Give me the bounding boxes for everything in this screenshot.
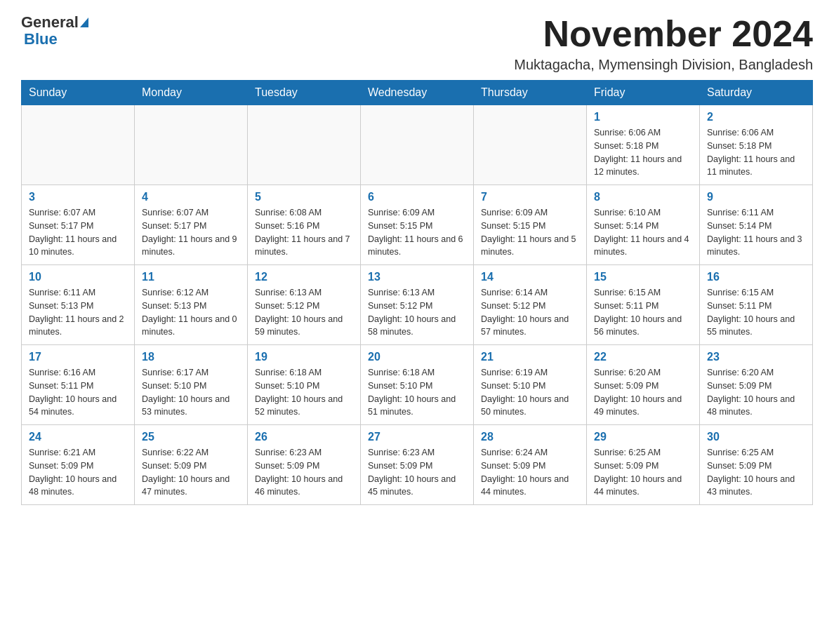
day-info: Sunrise: 6:22 AMSunset: 5:09 PMDaylight:… [142, 446, 240, 499]
day-info: Sunrise: 6:13 AMSunset: 5:12 PMDaylight:… [255, 286, 353, 339]
calendar-cell: 30Sunrise: 6:25 AMSunset: 5:09 PMDayligh… [700, 425, 813, 505]
day-number: 10 [29, 271, 127, 283]
day-info: Sunrise: 6:15 AMSunset: 5:11 PMDaylight:… [594, 286, 692, 339]
calendar-cell: 9Sunrise: 6:11 AMSunset: 5:14 PMDaylight… [700, 185, 813, 265]
main-title: November 2024 [514, 14, 813, 54]
calendar-cell: 15Sunrise: 6:15 AMSunset: 5:11 PMDayligh… [587, 265, 700, 345]
day-info: Sunrise: 6:23 AMSunset: 5:09 PMDaylight:… [368, 446, 466, 499]
day-info: Sunrise: 6:09 AMSunset: 5:15 PMDaylight:… [368, 206, 466, 259]
calendar-header-sunday: Sunday [22, 81, 135, 105]
day-info: Sunrise: 6:09 AMSunset: 5:15 PMDaylight:… [481, 206, 579, 259]
day-number: 30 [707, 431, 805, 443]
calendar-cell: 24Sunrise: 6:21 AMSunset: 5:09 PMDayligh… [22, 425, 135, 505]
calendar-header-tuesday: Tuesday [248, 81, 361, 105]
day-number: 21 [481, 351, 579, 363]
day-number: 3 [29, 191, 127, 203]
calendar-table: SundayMondayTuesdayWednesdayThursdayFrid… [21, 80, 813, 505]
logo: General Blue [21, 14, 88, 48]
calendar-week-row-5: 24Sunrise: 6:21 AMSunset: 5:09 PMDayligh… [22, 425, 813, 505]
calendar-cell: 21Sunrise: 6:19 AMSunset: 5:10 PMDayligh… [474, 345, 587, 425]
day-info: Sunrise: 6:16 AMSunset: 5:11 PMDaylight:… [29, 366, 127, 419]
logo-text-blue: Blue [24, 30, 58, 48]
day-number: 16 [707, 271, 805, 283]
day-info: Sunrise: 6:25 AMSunset: 5:09 PMDaylight:… [707, 446, 805, 499]
calendar-cell: 16Sunrise: 6:15 AMSunset: 5:11 PMDayligh… [700, 265, 813, 345]
day-number: 9 [707, 191, 805, 203]
calendar-header-saturday: Saturday [700, 81, 813, 105]
day-info: Sunrise: 6:11 AMSunset: 5:13 PMDaylight:… [29, 286, 127, 339]
day-number: 20 [368, 351, 466, 363]
calendar-cell: 2Sunrise: 6:06 AMSunset: 5:18 PMDaylight… [700, 105, 813, 185]
calendar-cell [474, 105, 587, 185]
calendar-cell [248, 105, 361, 185]
calendar-cell: 11Sunrise: 6:12 AMSunset: 5:13 PMDayligh… [135, 265, 248, 345]
calendar-week-row-3: 10Sunrise: 6:11 AMSunset: 5:13 PMDayligh… [22, 265, 813, 345]
calendar-cell: 3Sunrise: 6:07 AMSunset: 5:17 PMDaylight… [22, 185, 135, 265]
calendar-cell: 26Sunrise: 6:23 AMSunset: 5:09 PMDayligh… [248, 425, 361, 505]
day-info: Sunrise: 6:13 AMSunset: 5:12 PMDaylight:… [368, 286, 466, 339]
day-number: 14 [481, 271, 579, 283]
calendar-cell: 13Sunrise: 6:13 AMSunset: 5:12 PMDayligh… [361, 265, 474, 345]
day-number: 12 [255, 271, 353, 283]
day-info: Sunrise: 6:07 AMSunset: 5:17 PMDaylight:… [29, 206, 127, 259]
day-info: Sunrise: 6:18 AMSunset: 5:10 PMDaylight:… [368, 366, 466, 419]
day-info: Sunrise: 6:12 AMSunset: 5:13 PMDaylight:… [142, 286, 240, 339]
calendar-header-friday: Friday [587, 81, 700, 105]
day-info: Sunrise: 6:20 AMSunset: 5:09 PMDaylight:… [707, 366, 805, 419]
day-number: 17 [29, 351, 127, 363]
day-info: Sunrise: 6:19 AMSunset: 5:10 PMDaylight:… [481, 366, 579, 419]
day-info: Sunrise: 6:24 AMSunset: 5:09 PMDaylight:… [481, 446, 579, 499]
calendar-cell: 17Sunrise: 6:16 AMSunset: 5:11 PMDayligh… [22, 345, 135, 425]
calendar-cell: 29Sunrise: 6:25 AMSunset: 5:09 PMDayligh… [587, 425, 700, 505]
day-number: 18 [142, 351, 240, 363]
day-number: 28 [481, 431, 579, 443]
calendar-header-thursday: Thursday [474, 81, 587, 105]
day-info: Sunrise: 6:18 AMSunset: 5:10 PMDaylight:… [255, 366, 353, 419]
day-number: 24 [29, 431, 127, 443]
page-header: General Blue November 2024 Muktagacha, M… [21, 14, 813, 73]
day-info: Sunrise: 6:14 AMSunset: 5:12 PMDaylight:… [481, 286, 579, 339]
day-info: Sunrise: 6:20 AMSunset: 5:09 PMDaylight:… [594, 366, 692, 419]
day-number: 5 [255, 191, 353, 203]
day-info: Sunrise: 6:23 AMSunset: 5:09 PMDaylight:… [255, 446, 353, 499]
day-number: 15 [594, 271, 692, 283]
day-info: Sunrise: 6:07 AMSunset: 5:17 PMDaylight:… [142, 206, 240, 259]
logo-triangle-icon [80, 18, 88, 27]
calendar-cell: 6Sunrise: 6:09 AMSunset: 5:15 PMDaylight… [361, 185, 474, 265]
day-info: Sunrise: 6:08 AMSunset: 5:16 PMDaylight:… [255, 206, 353, 259]
calendar-cell: 5Sunrise: 6:08 AMSunset: 5:16 PMDaylight… [248, 185, 361, 265]
calendar-cell: 10Sunrise: 6:11 AMSunset: 5:13 PMDayligh… [22, 265, 135, 345]
calendar-cell: 8Sunrise: 6:10 AMSunset: 5:14 PMDaylight… [587, 185, 700, 265]
calendar-cell [361, 105, 474, 185]
calendar-header-wednesday: Wednesday [361, 81, 474, 105]
logo-text-general: General [21, 14, 79, 31]
day-number: 26 [255, 431, 353, 443]
day-number: 22 [594, 351, 692, 363]
calendar-week-row-4: 17Sunrise: 6:16 AMSunset: 5:11 PMDayligh… [22, 345, 813, 425]
day-number: 29 [594, 431, 692, 443]
day-info: Sunrise: 6:06 AMSunset: 5:18 PMDaylight:… [707, 126, 805, 179]
calendar-cell: 18Sunrise: 6:17 AMSunset: 5:10 PMDayligh… [135, 345, 248, 425]
calendar-header-row: SundayMondayTuesdayWednesdayThursdayFrid… [22, 81, 813, 105]
calendar-cell: 14Sunrise: 6:14 AMSunset: 5:12 PMDayligh… [474, 265, 587, 345]
day-number: 19 [255, 351, 353, 363]
calendar-cell: 12Sunrise: 6:13 AMSunset: 5:12 PMDayligh… [248, 265, 361, 345]
calendar-cell: 28Sunrise: 6:24 AMSunset: 5:09 PMDayligh… [474, 425, 587, 505]
day-info: Sunrise: 6:17 AMSunset: 5:10 PMDaylight:… [142, 366, 240, 419]
calendar-cell: 4Sunrise: 6:07 AMSunset: 5:17 PMDaylight… [135, 185, 248, 265]
day-number: 25 [142, 431, 240, 443]
day-number: 7 [481, 191, 579, 203]
calendar-cell: 7Sunrise: 6:09 AMSunset: 5:15 PMDaylight… [474, 185, 587, 265]
day-info: Sunrise: 6:06 AMSunset: 5:18 PMDaylight:… [594, 126, 692, 179]
calendar-cell: 22Sunrise: 6:20 AMSunset: 5:09 PMDayligh… [587, 345, 700, 425]
day-info: Sunrise: 6:25 AMSunset: 5:09 PMDaylight:… [594, 446, 692, 499]
calendar-cell: 23Sunrise: 6:20 AMSunset: 5:09 PMDayligh… [700, 345, 813, 425]
subtitle: Muktagacha, Mymensingh Division, Banglad… [514, 57, 813, 73]
day-number: 1 [594, 111, 692, 123]
day-number: 27 [368, 431, 466, 443]
day-number: 4 [142, 191, 240, 203]
calendar-week-row-1: 1Sunrise: 6:06 AMSunset: 5:18 PMDaylight… [22, 105, 813, 185]
day-info: Sunrise: 6:21 AMSunset: 5:09 PMDaylight:… [29, 446, 127, 499]
day-number: 23 [707, 351, 805, 363]
calendar-cell: 19Sunrise: 6:18 AMSunset: 5:10 PMDayligh… [248, 345, 361, 425]
